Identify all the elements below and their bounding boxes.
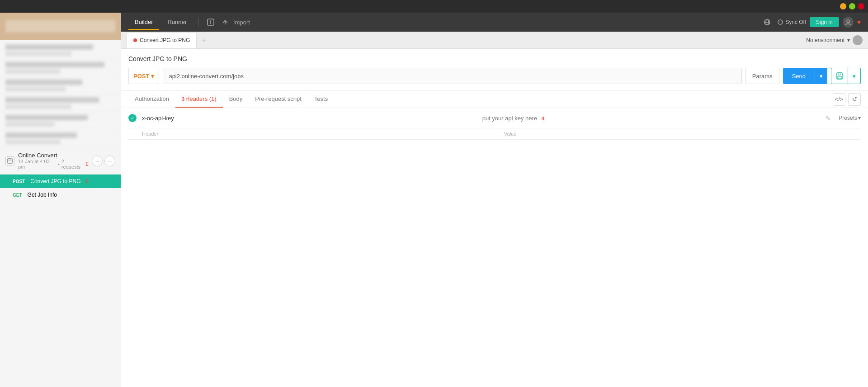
code-icon: </> [835,96,844,103]
minimize-button[interactable] [840,3,846,9]
url-bar: POST ▾ Params Send ▾ [128,68,861,84]
method-label: POST [133,73,149,80]
col-value-label: Value [504,131,861,137]
refresh-icon: ↺ [852,96,857,103]
sync-label: Sync Off [785,19,806,25]
presets-label: Presets [839,115,857,121]
close-button[interactable] [858,3,864,9]
header-check[interactable]: ✓ [128,114,137,122]
send-btn[interactable]: Send [783,68,815,84]
header-edit-btn[interactable]: ✎ [822,113,833,123]
nav-right: Sync Off Sign in ♥ [761,16,861,28]
method-badge-get: GET [11,192,24,198]
header-badge: 4 [542,116,544,121]
header-key: x-oc-api-key [142,115,477,122]
sidebar-item [0,112,121,130]
window-controls [840,3,864,9]
svg-rect-9 [837,73,842,79]
collection-date: 14 Jan at 4:03 pm [18,159,56,170]
sign-in-btn[interactable]: Sign in [810,17,839,27]
request-name-getjob: Get Job Info [28,192,57,198]
url-input[interactable] [163,68,741,84]
presets-dropdown-icon: ▾ [858,115,861,121]
collection-navigate-btn[interactable]: → [92,156,103,166]
sidebar-item [0,59,121,77]
request-name-convert: Convert JPG to PNG [30,178,80,184]
sub-tab-prerequest-label: Pre-request script [255,95,302,102]
sub-tab-headers-label: Headers (1) [185,95,217,102]
main-content: Builder Runner Import [121,13,868,387]
method-select[interactable]: POST ▾ [128,68,159,84]
env-dropdown-icon: ▾ [847,37,850,43]
sidebar: Online Convert 14 Jan at 4:03 pm • 2 req… [0,13,121,387]
sidebar-item [0,94,121,112]
sync-btn[interactable]: Sync Off [777,19,806,25]
sidebar-header [0,13,121,40]
collection-more-btn[interactable]: ··· [104,156,115,166]
request-badge-convert: 2 [85,179,88,184]
sidebar-search[interactable] [5,20,115,33]
request-title: Convert JPG to PNG [128,55,861,62]
request-item-getjob[interactable]: GET Get Job Info [0,188,121,202]
collection-requests: 2 requests [61,159,84,170]
tab-dot [133,38,137,42]
collection-info: Online Convert 14 Jan at 4:03 pm • 2 req… [18,152,88,170]
sidebar-item [0,130,121,147]
tab-label-convert: Convert JPG to PNG [140,37,190,43]
refresh-btn[interactable]: ↺ [848,93,861,106]
sub-tab-prerequest[interactable]: Pre-request script [249,91,308,108]
col-labels: Header Value [128,128,861,140]
method-badge-post: POST [11,179,27,184]
import-label[interactable]: Import [233,19,250,26]
sub-tab-actions: </> ↺ [833,93,861,106]
collection-meta: 14 Jan at 4:03 pm • 2 requests 1 [18,159,88,170]
import-btn[interactable] [219,16,231,28]
send-save-group: Send ▾ [783,68,827,84]
header-value: put your api key here 4 [482,115,817,122]
collection-actions: → ··· [92,156,115,166]
collection-icon [5,156,14,165]
add-tab-btn[interactable]: + [198,35,209,46]
col-header-label: Header [142,131,499,137]
nav-tab-builder[interactable]: Builder [128,15,159,30]
save-btn[interactable] [831,68,848,84]
sub-tab-tests[interactable]: Tests [308,91,334,108]
collection-item[interactable]: Online Convert 14 Jan at 4:03 pm • 2 req… [0,147,121,175]
nav-tab-runner[interactable]: Runner [161,15,193,30]
globe-icon [761,16,774,28]
headers-table: ✓ x-oc-api-key put your api key here 4 ✎… [121,108,868,140]
sub-tab-body-label: Body [229,95,243,102]
heart-icon: ♥ [857,19,861,26]
env-avatar [853,35,863,45]
sub-tab-headers-badge: 3 [182,96,184,102]
save-dropdown-btn[interactable]: ▾ [848,68,861,84]
presets-btn[interactable]: Presets ▾ [839,115,861,121]
svg-rect-0 [8,159,12,163]
request-item-convert[interactable]: POST Convert JPG to PNG 2 [0,175,121,188]
code-view-btn[interactable]: </> [833,93,845,106]
nav-separator [198,18,199,27]
maximize-button[interactable] [849,3,855,9]
svg-rect-11 [837,76,842,79]
sidebar-items: Online Convert 14 Jan at 4:03 pm • 2 req… [0,40,121,203]
method-dropdown-icon: ▾ [151,73,154,80]
sub-tab-headers[interactable]: 3Headers (1) [175,91,223,108]
new-tab-btn[interactable] [204,16,217,28]
svg-point-8 [847,20,849,23]
tab-convert[interactable]: Convert JPG to PNG [127,32,197,48]
sub-tab-authorization[interactable]: Authorization [128,91,175,108]
request-area: Convert JPG to PNG POST ▾ Params Send ▾ [121,49,868,91]
save-group: ▾ [831,68,861,84]
header-value-text: put your api key here [482,115,537,122]
env-selector[interactable]: No environment ▾ [806,35,863,45]
sub-tab-body[interactable]: Body [223,91,249,108]
nav-left: Builder Runner Import [128,15,250,30]
app-layout: Online Convert 14 Jan at 4:03 pm • 2 req… [0,13,868,387]
title-bar [0,0,868,13]
sub-tabs: Authorization 3Headers (1) Body Pre-requ… [121,91,868,108]
collection-badge: 1 [85,161,88,167]
header-row: ✓ x-oc-api-key put your api key here 4 ✎… [128,108,861,128]
params-btn[interactable]: Params [745,68,779,84]
send-dropdown-btn[interactable]: ▾ [815,68,827,84]
sub-tab-tests-label: Tests [314,95,328,102]
